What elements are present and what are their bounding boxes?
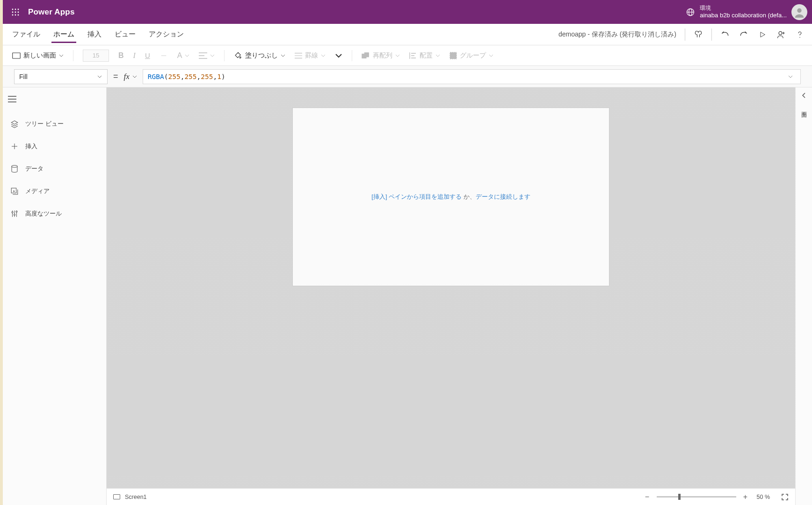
strikethrough-button[interactable] <box>160 51 168 60</box>
nav-tree-label: ツリー ビュー <box>25 120 64 128</box>
nav-insert-label: 挿入 <box>25 142 37 151</box>
database-icon <box>10 165 19 173</box>
text-align-button[interactable] <box>199 52 215 59</box>
group-button[interactable]: グループ <box>450 51 493 60</box>
svg-point-0 <box>12 8 14 10</box>
tools-icon <box>10 209 19 218</box>
menu-action[interactable]: アクション <box>142 24 190 45</box>
fill-color-button[interactable]: 塗りつぶし <box>234 51 285 60</box>
nav-media-label: メディア <box>25 187 50 195</box>
svg-point-23 <box>16 211 17 212</box>
italic-button[interactable]: I <box>133 51 136 60</box>
chevron-down-icon <box>97 74 102 79</box>
font-color-button[interactable]: A <box>177 51 190 60</box>
new-screen-button[interactable]: 新しい画面 <box>12 51 64 60</box>
svg-point-7 <box>15 14 16 15</box>
svg-point-8 <box>18 14 19 15</box>
font-size-input[interactable] <box>83 50 109 62</box>
group-label: グループ <box>460 51 486 60</box>
underline-button[interactable]: U <box>145 51 150 59</box>
svg-rect-16 <box>365 52 369 57</box>
canvas-area[interactable]: [挿入] ペインから項目を追加する か、データに接続します <box>107 87 649 404</box>
chevron-down-icon <box>281 53 285 58</box>
border-button[interactable]: 罫線 <box>295 51 326 60</box>
nav-media[interactable]: メディア <box>3 180 106 202</box>
menu-home[interactable]: ホーム <box>47 24 81 45</box>
svg-point-21 <box>12 212 13 213</box>
canvas-hint: [挿入] ペインから項目を追加する か、データに接続します <box>371 193 530 201</box>
menu-file[interactable]: ファイル <box>6 24 47 45</box>
svg-point-4 <box>15 11 16 13</box>
svg-point-6 <box>12 14 14 15</box>
ribbon-overflow-button[interactable] <box>335 52 342 59</box>
nav-data-label: データ <box>25 165 44 173</box>
svg-point-1 <box>15 8 16 10</box>
fx-label: fx <box>124 72 130 81</box>
svg-point-22 <box>14 214 15 216</box>
formula-input[interactable]: RGBA(255, 255, 255, 1) <box>143 69 649 84</box>
media-icon <box>10 187 19 195</box>
svg-point-2 <box>18 8 19 10</box>
bold-button[interactable]: B <box>118 51 124 60</box>
nav-advanced-tools[interactable]: 高度なツール <box>3 202 106 225</box>
border-label: 罫線 <box>305 51 318 60</box>
nav-advanced-label: 高度なツール <box>25 209 62 218</box>
leftnav-hamburger[interactable] <box>3 90 22 108</box>
svg-point-3 <box>12 11 14 13</box>
fill-label: 塗りつぶし <box>245 51 278 60</box>
nav-tree-view[interactable]: ツリー ビュー <box>3 113 106 135</box>
menu-view[interactable]: ビュー <box>108 24 142 45</box>
property-selector[interactable]: Fill <box>14 69 108 84</box>
insert-pane-link[interactable]: [挿入] ペインから項目を追加する <box>371 193 462 200</box>
screen-canvas[interactable]: [挿入] ペインから項目を追加する か、データに接続します <box>293 108 609 286</box>
plus-icon <box>10 142 19 151</box>
property-name: Fill <box>19 73 28 80</box>
connect-data-link[interactable]: データに接続します <box>476 193 530 200</box>
app-save-status: demoapp - 保存済み (発行取り消し済み) <box>554 24 649 45</box>
reorder-button[interactable]: 再配列 <box>362 51 400 60</box>
chevron-down-icon <box>132 74 137 79</box>
menu-insert[interactable]: 挿入 <box>81 24 108 45</box>
svg-point-5 <box>18 11 19 13</box>
reorder-label: 再配列 <box>373 51 392 60</box>
chevron-down-icon <box>59 53 64 58</box>
equals-sign: = <box>113 72 118 81</box>
nav-data[interactable]: データ <box>3 158 106 180</box>
fx-button[interactable]: fx <box>124 72 137 81</box>
layers-icon <box>10 120 19 128</box>
formula-function: RGBA <box>148 73 164 80</box>
svg-rect-18 <box>451 54 455 58</box>
app-title: Power Apps <box>28 7 75 17</box>
nav-insert[interactable]: 挿入 <box>3 135 106 158</box>
new-screen-label: 新しい画面 <box>23 51 56 60</box>
align-label: 配置 <box>420 51 433 60</box>
svg-point-19 <box>12 166 17 168</box>
align-button[interactable]: 配置 <box>409 51 440 60</box>
svg-rect-14 <box>13 53 21 58</box>
app-launcher-button[interactable] <box>7 4 23 20</box>
